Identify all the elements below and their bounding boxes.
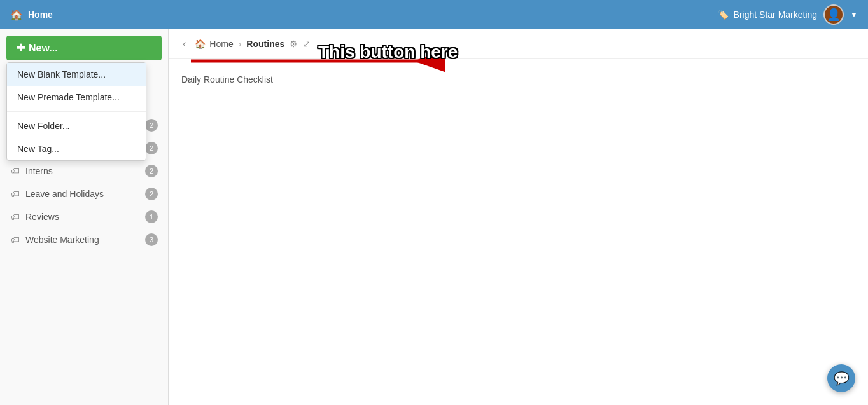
breadcrumb-routines: Routines [246, 39, 284, 49]
badge-leave: 2 [145, 188, 158, 200]
navbar-left: 🏠 Home [10, 9, 53, 21]
routine-item: Daily Routine Checklist [181, 72, 855, 87]
dropdown-item-new-folder[interactable]: New Folder... [7, 114, 146, 137]
navbar-right: 🏷️ Bright Star Marketing 👤 ▼ [718, 4, 858, 25]
badge-interns: 2 [145, 165, 158, 177]
badge-website: 3 [145, 233, 158, 246]
sidebar-item-interns-label: Interns [25, 166, 140, 176]
breadcrumb-home-label: Home [209, 39, 233, 49]
sidebar-item-website-marketing[interactable]: 🏷 Website Marketing 3 [0, 228, 168, 251]
sidebar-item-reviews-label: Reviews [25, 212, 140, 222]
breadcrumb-home[interactable]: 🏠 Home [195, 39, 233, 49]
badge-reviews: 1 [145, 210, 158, 223]
dropdown-menu: New Blank Template... New Premade Templa… [6, 62, 146, 161]
new-button[interactable]: ✚ New... [6, 36, 162, 60]
badge-blog: 2 [145, 119, 158, 132]
settings-icon[interactable]: ⚙ [290, 39, 298, 49]
page-content: Daily Routine Checklist [169, 59, 868, 405]
tag-icon-reviews: 🏷 [10, 212, 20, 222]
breadcrumb-bar: ‹ 🏠 Home › Routines ⚙ ⤢ [169, 29, 868, 59]
dropdown-item-new-premade-template[interactable]: New Premade Template... [7, 86, 146, 109]
new-button-label: New... [29, 43, 58, 54]
navbar-home-icon: 🏠 [10, 9, 23, 21]
chat-icon: 💬 [834, 371, 850, 386]
expand-icon[interactable]: ⤢ [303, 39, 311, 49]
badge-email: 2 [145, 142, 158, 154]
tag-icon-leave: 🏷 [10, 189, 20, 199]
sidebar-item-reviews[interactable]: 🏷 Reviews 1 [0, 205, 168, 228]
dropdown-item-new-blank-template[interactable]: New Blank Template... [7, 63, 146, 86]
dropdown-item-new-tag[interactable]: New Tag... [7, 137, 146, 160]
sidebar: ✚ New... New Blank Template... New Prema… [0, 29, 169, 405]
new-button-plus-icon: ✚ [17, 42, 25, 54]
main-layout: ✚ New... New Blank Template... New Prema… [0, 29, 868, 405]
dropdown-divider [7, 111, 146, 112]
sidebar-item-interns[interactable]: 🏷 Interns 2 [0, 160, 168, 182]
breadcrumb-separator-1: › [239, 39, 242, 49]
chat-button[interactable]: 💬 [827, 364, 855, 392]
tag-icon-website: 🏷 [10, 235, 20, 245]
avatar[interactable]: 👤 [823, 4, 844, 25]
sidebar-item-website-label: Website Marketing [25, 235, 140, 245]
sidebar-item-leave-label: Leave and Holidays [25, 189, 140, 199]
user-dropdown-arrow[interactable]: ▼ [850, 10, 858, 19]
content-area: ‹ 🏠 Home › Routines ⚙ ⤢ Daily Routine Ch… [169, 29, 868, 405]
sidebar-toggle-button[interactable]: ‹ [179, 37, 190, 51]
navbar: 🏠 Home 🏷️ Bright Star Marketing 👤 ▼ [0, 0, 868, 29]
breadcrumb-home-icon: 🏠 [195, 39, 206, 49]
tag-icon-interns: 🏷 [10, 166, 20, 176]
navbar-home-text[interactable]: Home [28, 10, 53, 20]
user-icon: 🏷️ [718, 10, 729, 20]
sidebar-item-leave-and-holidays[interactable]: 🏷 Leave and Holidays 2 [0, 182, 168, 205]
user-name: Bright Star Marketing [734, 10, 818, 20]
navbar-user: 🏷️ Bright Star Marketing [718, 10, 818, 20]
